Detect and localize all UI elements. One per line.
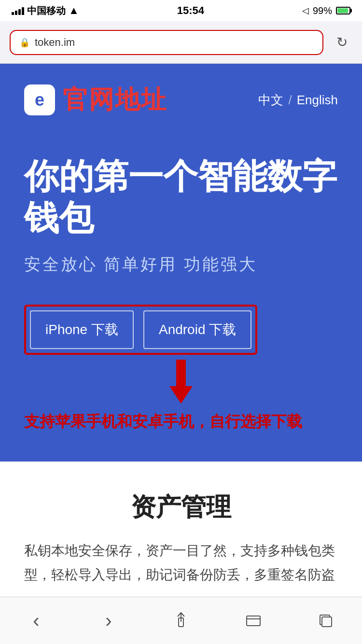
lock-icon: 🔒	[19, 37, 30, 48]
lang-zh-button[interactable]: 中文	[258, 92, 283, 109]
lang-switcher: 中文 / English	[258, 92, 338, 109]
wifi-icon: ▲	[69, 4, 79, 17]
status-time: 15:54	[177, 4, 204, 17]
back-button[interactable]: ‹	[17, 606, 56, 635]
battery-icon	[336, 7, 350, 14]
battery-fill	[337, 8, 348, 13]
svg-rect-2	[247, 616, 260, 626]
tabs-button[interactable]	[306, 606, 345, 635]
hero-subtitle: 安全放心 简单好用 功能强大	[24, 253, 338, 276]
site-title: 官网地址	[63, 83, 167, 117]
section-body: 私钥本地安全保存，资产一目了然，支持多种钱包类型，轻松导入导出，助记词备份防丢，…	[24, 539, 338, 588]
download-buttons: iPhone 下载 Android 下载	[30, 310, 251, 349]
logo-letter: e	[35, 90, 44, 110]
status-left: 中国移动 ▲	[12, 4, 79, 17]
battery-pct: 99%	[313, 5, 332, 16]
status-right: ◁ 99%	[302, 5, 350, 16]
lang-divider: /	[288, 93, 292, 108]
signal-bars	[12, 6, 24, 15]
arrow-shaft	[176, 360, 186, 386]
android-download-button[interactable]: Android 下载	[143, 310, 251, 349]
hero-title: 你的第一个智能数字钱包	[24, 155, 338, 239]
share-button[interactable]	[162, 606, 200, 635]
arrow-head	[169, 386, 193, 404]
logo-icon: e	[24, 84, 55, 115]
white-section: 资产管理 私钥本地安全保存，资产一目了然，支持多种钱包类型，轻松导入导出，助记词…	[0, 462, 362, 607]
annotation-text: 支持苹果手机和安卓手机，自行选择下载	[24, 406, 338, 433]
section-title: 资产管理	[24, 490, 338, 524]
lang-en-button[interactable]: English	[297, 93, 338, 108]
location-icon: ◁	[302, 5, 309, 16]
browser-bar: 🔒 token.im ↻	[0, 21, 362, 64]
refresh-button[interactable]: ↻	[331, 32, 352, 53]
download-section-annotation: iPhone 下载 Android 下载	[24, 305, 257, 355]
url-bar[interactable]: 🔒 token.im	[10, 30, 323, 55]
red-arrow-down	[169, 360, 193, 404]
svg-rect-5	[322, 617, 332, 627]
carrier-text: 中国移动	[27, 4, 66, 17]
site-header: e 官网地址 中文 / English	[24, 83, 338, 117]
bookmarks-button[interactable]	[234, 606, 273, 635]
forward-button[interactable]: ›	[89, 606, 128, 635]
bookmarks-icon	[246, 613, 261, 629]
down-arrow-annotation	[24, 360, 338, 404]
bottom-nav: ‹ ›	[0, 597, 362, 644]
url-text: token.im	[35, 36, 75, 49]
iphone-download-button[interactable]: iPhone 下载	[30, 310, 134, 349]
status-bar: 中国移动 ▲ 15:54 ◁ 99%	[0, 0, 362, 21]
share-icon	[173, 612, 189, 630]
main-content: e 官网地址 中文 / English 你的第一个智能数字钱包 安全放心 简单好…	[0, 64, 362, 462]
tabs-icon	[318, 613, 334, 629]
